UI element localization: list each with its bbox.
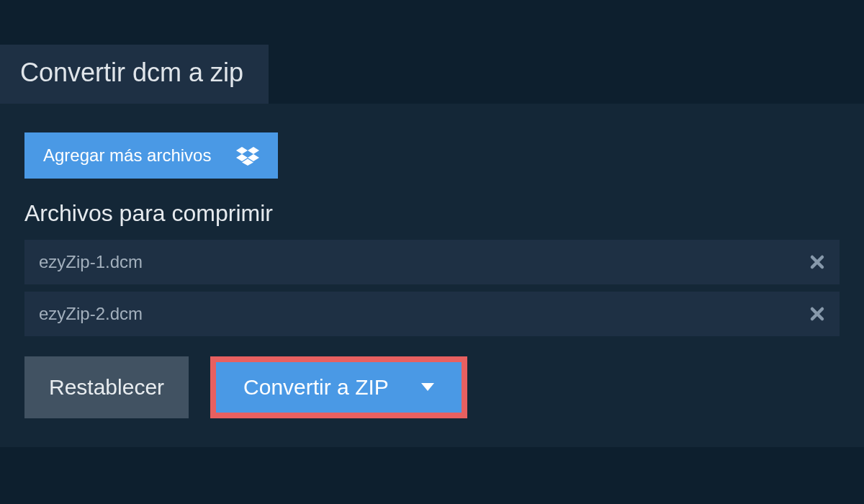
reset-button[interactable]: Restablecer [24,356,189,418]
reset-button-label: Restablecer [49,375,164,399]
file-item: ezyZip-1.dcm [24,240,840,284]
add-more-files-label: Agregar más archivos [43,145,211,166]
remove-file-icon[interactable] [809,254,825,270]
tab-title-text: Convertir dcm a zip [20,58,243,87]
file-item: ezyZip-2.dcm [24,292,840,336]
convert-button-label: Convertir a ZIP [243,375,389,400]
chevron-down-icon [421,383,434,392]
content-panel: Agregar más archivos Archivos para compr… [0,104,864,447]
convert-button-highlight: Convertir a ZIP [210,356,467,418]
convert-to-zip-button[interactable]: Convertir a ZIP [216,362,462,413]
tab-title: Convertir dcm a zip [0,45,269,104]
add-more-files-button[interactable]: Agregar más archivos [24,132,278,179]
dropbox-icon [236,145,259,166]
files-section-heading-text: Archivos para comprimir [24,200,273,226]
file-name: ezyZip-1.dcm [39,252,143,272]
file-name: ezyZip-2.dcm [39,304,143,324]
remove-file-icon[interactable] [809,306,825,322]
file-list: ezyZip-1.dcm ezyZip-2.dcm [24,240,840,336]
files-section-heading: Archivos para comprimir [24,200,840,227]
action-buttons-row: Restablecer Convertir a ZIP [24,356,840,418]
